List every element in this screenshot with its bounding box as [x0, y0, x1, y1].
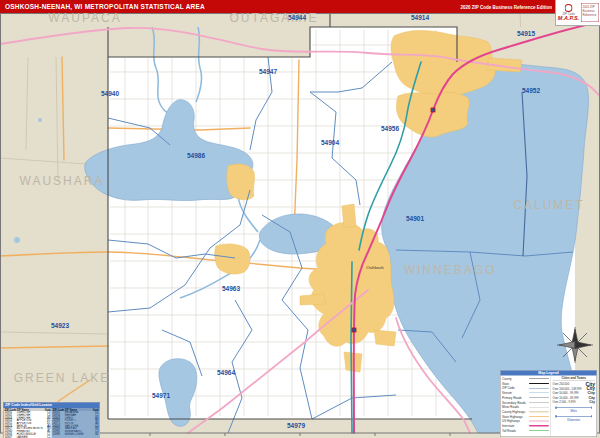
edition-label: 2020 ZIP Code Business Reference Edition [461, 4, 552, 9]
legend-label: Stream [502, 391, 512, 394]
table-cell: 54986 [53, 433, 65, 436]
logo-swoosh-icon [565, 4, 573, 12]
legend-label: State [502, 382, 509, 385]
legend-line-sample [529, 420, 549, 421]
logo-side-box: 2020 ZIPBusinessReference [581, 3, 599, 22]
city-class-label: Over 2,500 - 9,999 [553, 400, 576, 403]
legend-line-sample [529, 411, 549, 412]
legend-line-sample [529, 407, 549, 408]
city-symbol: City [589, 400, 595, 403]
scale-bar-kilometers: Kilometers [556, 416, 593, 421]
scale-bar-line [556, 408, 593, 410]
zip-table-row: 54986WINNECONNEB2 [52, 433, 100, 436]
legend-label: Interstate [502, 424, 515, 427]
legend-line-sample [529, 393, 549, 394]
table-cell: B2 [93, 433, 99, 436]
legend-label: Minor Roads [502, 406, 519, 409]
legend-label: US Highways [502, 420, 520, 423]
legend-label: Toll Roads [502, 429, 516, 432]
zip-table-group: ZIP CodeZIP NameGrid54901OSHKOSHC354902O… [4, 408, 52, 438]
legend-label: County [502, 377, 512, 380]
zip-table-body: ZIP CodeZIP NameGrid54901OSHKOSHC354902O… [4, 408, 100, 438]
legend-label: Secondary Roads [502, 401, 526, 404]
scale-bar-line [556, 416, 593, 418]
map-title: OSHKOSH-NEENAH, WI METROPOLITAN STATISTI… [5, 3, 205, 10]
legend-label: County Highways [502, 410, 525, 413]
legend-line-sample [529, 402, 549, 403]
table-cell: WINNECONNE [65, 433, 93, 436]
legend-line-sample [529, 383, 549, 384]
logo-brand-main: M.A.P.S. [557, 16, 580, 22]
legend-cities-title: Cities and Towns [553, 377, 596, 381]
scale-bar-label: Kilometers [556, 418, 593, 421]
logo-side-line: Reference [583, 13, 598, 17]
legend-line-sample [529, 397, 549, 398]
legend-label: ZIP Code [502, 387, 515, 390]
city-class-label: Over 50,000 - 99,999 [553, 391, 579, 394]
zip-index-table: ZIP Code Index/Grid Locator ZIP CodeZIP … [3, 402, 100, 438]
city-symbol: City [588, 396, 595, 400]
zip-table-group: ZIP CodeZIP NameGrid54952MENASHAD254956N… [52, 408, 100, 438]
legend-label: State Highways [502, 415, 523, 418]
legend-line-items: CountyStateZIP CodeStreamPrimary RoadsSe… [501, 376, 551, 437]
legend-city-class: Over 2,500 - 9,999City [553, 400, 596, 405]
title-bar: OSHKOSH-NEENAH, WI METROPOLITAN STATISTI… [0, 0, 600, 13]
city-class-label: Over 100,000 - 249,999 [553, 387, 582, 390]
legend-label: Primary Roads [502, 396, 522, 399]
scale-bar-miles: Miles [556, 408, 593, 413]
legend-line-sample [529, 379, 549, 380]
legend-line-sample [529, 425, 549, 427]
legend-line-sample [529, 416, 549, 417]
legend-line-sample [529, 388, 549, 389]
publisher-logo: ZIP Code M.A.P.S. 2020 ZIPBusinessRefere… [555, 0, 600, 26]
city-symbol: City [587, 391, 595, 396]
legend-row-toll-roads: Toll Roads [502, 428, 549, 433]
legend-line-sample [529, 430, 549, 431]
legend-cities-column: Cities and Towns Over 250,000CityOver 10… [551, 376, 597, 437]
city-class-label: Over 10,000 - 49,999 [553, 396, 579, 399]
scale-bar-label: Miles [556, 410, 593, 413]
map-legend: Map Legend CountyStateZIP CodeStreamPrim… [500, 370, 597, 437]
city-class-label: Over 250,000 [553, 382, 570, 385]
